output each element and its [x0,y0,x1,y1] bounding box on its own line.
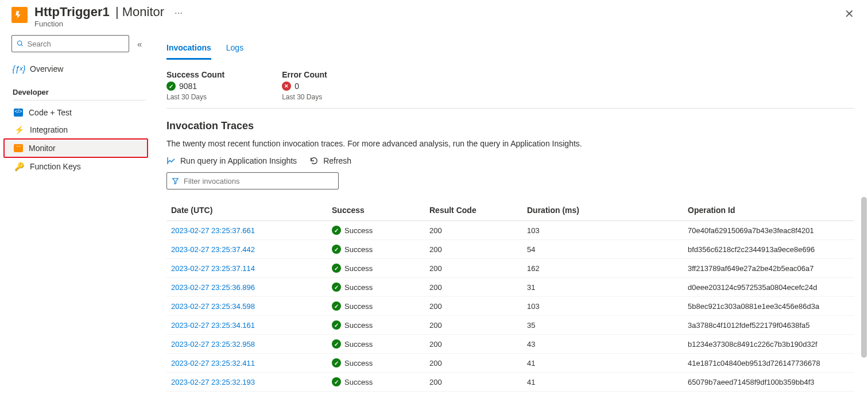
success-icon [166,82,176,91]
svg-line-1 [21,45,23,47]
success-icon [332,377,341,386]
duration-ms: 43 [522,335,683,354]
stat-period: Last 30 Days [166,93,224,101]
stat-value: 0 [294,82,299,91]
function-icon [11,7,28,23]
stat-period: Last 30 Days [282,93,327,101]
operation-id: 65079b7aeed71458f9df100b359bb4f3 [683,373,854,392]
sidebar-item-overview[interactable]: {ƒx} Overview [11,60,149,78]
duration-ms: 35 [522,316,683,335]
th-result[interactable]: Result Code [425,200,522,221]
duration-ms: 103 [522,297,683,316]
success-label: Success [344,302,373,311]
stat-error: Error Count 0 Last 30 Days [282,70,327,101]
operation-id: bfd356c6218cf2c2344913a9ece8e696 [683,240,854,259]
code-icon: </> [14,109,23,117]
filter-input-wrapper[interactable] [166,172,339,189]
chart-icon [166,156,176,165]
collapse-sidebar-icon[interactable]: « [137,39,142,49]
overview-icon: {ƒx} [14,64,24,73]
sidebar-section-developer: Developer [13,88,149,96]
table-row: 2023-02-27 23:25:37.114Success2001623ff2… [166,259,854,278]
run-query-button[interactable]: Run query in Application Insights [166,156,297,165]
lightning-icon: ⚡ [14,125,24,134]
th-opid[interactable]: Operation Id [683,200,854,221]
stat-success: Success Count 9081 Last 30 Days [166,70,224,101]
sidebar-item-label: Overview [30,64,63,73]
action-label: Refresh [323,156,351,165]
sidebar-item-code-test[interactable]: </> Code + Test [11,104,149,121]
operation-id: 3a3788c4f1012fdef522179f04638fa5 [683,316,854,335]
refresh-button[interactable]: Refresh [309,156,351,165]
invocation-date-link[interactable]: 2023-02-27 23:25:37.442 [171,245,255,254]
duration-ms: 41 [522,354,683,373]
sidebar-item-label: Integration [30,125,68,134]
tab-logs[interactable]: Logs [226,41,243,60]
close-icon[interactable]: ✕ [840,5,859,23]
operation-id: d0eee203124c9572535a0804ecefc24d [683,278,854,297]
invocation-date-link[interactable]: 2023-02-27 23:25:37.114 [171,264,255,273]
sidebar-item-label: Code + Test [29,108,72,117]
invocation-date-link[interactable]: 2023-02-27 23:25:34.598 [171,302,255,311]
success-label: Success [344,321,373,330]
action-label: Run query in Application Insights [180,156,297,165]
result-code: 200 [425,278,522,297]
page-title: HttpTrigger1 [34,5,110,20]
error-icon [282,82,291,91]
result-code: 200 [425,221,522,240]
tab-invocations[interactable]: Invocations [166,41,211,60]
duration-ms: 162 [522,259,683,278]
success-icon [332,358,341,367]
success-label: Success [344,226,373,235]
sidebar-item-label: Function Keys [30,162,81,171]
svg-marker-2 [173,179,179,184]
invocation-date-link[interactable]: 2023-02-27 23:25:32.411 [171,359,255,367]
more-menu[interactable]: ⋯ [175,9,184,18]
invocation-date-link[interactable]: 2023-02-27 23:25:36.896 [171,283,255,292]
success-icon [332,264,341,273]
table-row: 2023-02-27 23:25:32.958Success20043b1234… [166,335,854,354]
result-code: 200 [425,335,522,354]
divider [13,100,146,100]
tabs: Invocations Logs [166,41,854,60]
invocation-date-link[interactable]: 2023-02-27 23:25:32.193 [171,378,255,386]
scrollbar[interactable] [861,197,867,358]
invocation-date-link[interactable]: 2023-02-27 23:25:32.958 [171,340,255,349]
sidebar-item-monitor[interactable]: 〰 Monitor [3,138,148,158]
success-icon [332,283,341,292]
sidebar-item-function-keys[interactable]: 🔑 Function Keys [11,158,149,175]
refresh-icon [309,156,319,165]
sidebar-item-integration[interactable]: ⚡ Integration [11,121,149,138]
filter-icon [172,177,179,185]
success-label: Success [344,378,373,386]
duration-ms: 41 [522,373,683,392]
duration-ms: 31 [522,278,683,297]
traces-description: The twenty most recent function invocati… [166,139,854,148]
search-input[interactable] [28,40,124,48]
search-input-wrapper[interactable] [11,35,129,52]
stat-label: Error Count [282,70,327,79]
table-row: 2023-02-27 23:25:37.661Success20010370e4… [166,221,854,240]
result-code: 200 [425,297,522,316]
th-date[interactable]: Date (UTC) [166,200,327,221]
success-icon [332,245,341,254]
success-icon [332,320,341,330]
table-row: 2023-02-27 23:25:34.598Success2001035b8e… [166,297,854,316]
duration-ms: 103 [522,221,683,240]
success-label: Success [344,340,373,349]
success-icon [332,226,341,235]
th-duration[interactable]: Duration (ms) [522,200,683,221]
table-row: 2023-02-27 23:25:34.161Success200353a378… [166,316,854,335]
filter-input[interactable] [184,177,334,185]
success-icon [332,339,341,349]
invocation-date-link[interactable]: 2023-02-27 23:25:37.661 [171,226,255,235]
duration-ms: 54 [522,240,683,259]
result-code: 200 [425,316,522,335]
page-header: HttpTrigger1 | Monitor ⋯ Function ✕ [0,0,868,30]
traces-title: Invocation Traces [166,120,854,132]
result-code: 200 [425,259,522,278]
invocation-date-link[interactable]: 2023-02-27 23:25:34.161 [171,321,255,330]
th-success[interactable]: Success [327,200,425,221]
success-label: Success [344,283,373,292]
operation-id: 70e40fa62915069a7b43e3feac8f4201 [683,221,854,240]
